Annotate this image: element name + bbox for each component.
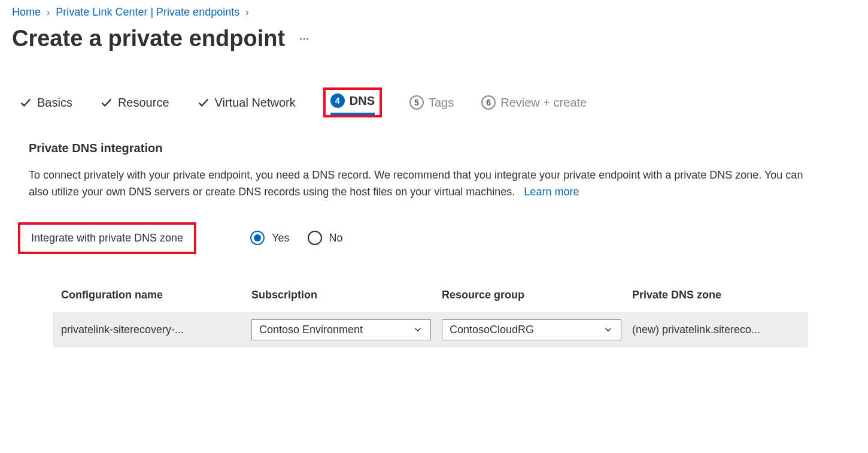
chevron-down-icon [412,324,423,335]
breadcrumb-home[interactable]: Home [12,6,41,19]
tab-resource[interactable]: Resource [100,96,169,110]
tab-dns-number: 4 [330,93,345,108]
integrate-dns-field: Integrate with private DNS zone Yes No [29,222,808,254]
tab-resource-label: Resource [118,96,169,110]
radio-circle-icon [308,231,322,245]
dns-section-description: To connect privately with your private e… [29,167,808,201]
dns-section: Private DNS integration To connect priva… [12,141,808,348]
highlight-integrate-label: Integrate with private DNS zone [18,222,196,254]
radio-no-label: No [329,232,343,244]
cell-config-name: privatelink-siterecovery-... [61,324,241,336]
radio-yes-label: Yes [272,232,289,244]
tab-dns[interactable]: 4 DNS [330,93,375,115]
tab-basics[interactable]: Basics [19,96,72,110]
highlight-dns-tab: 4 DNS [323,87,382,117]
col-dns-zone: Private DNS zone [632,289,812,301]
breadcrumb-private-link-center[interactable]: Private Link Center | Private endpoints [56,6,239,19]
col-config-name: Configuration name [61,289,241,301]
page-title: Create a private endpoint [12,26,285,52]
check-icon [100,96,113,109]
radio-circle-icon [250,231,265,245]
cell-dns-zone: (new) privatelink.sitereco... [632,324,812,336]
tab-review-number: 6 [481,95,496,110]
tab-vnet-label: Virtual Network [215,96,296,110]
resource-group-select-value: ContosoCloudRG [450,324,534,336]
col-resource-group: Resource group [442,289,621,301]
tab-tags-label: Tags [429,96,454,110]
integrate-dns-radio-group: Yes No [250,231,342,245]
tab-review-label: Review + create [500,96,587,110]
dns-description-text: To connect privately with your private e… [29,169,803,198]
chevron-right-icon: › [245,7,248,18]
chevron-right-icon: › [47,7,50,18]
col-subscription: Subscription [251,289,431,301]
tab-tags-number: 5 [409,95,424,110]
check-icon [197,96,210,109]
breadcrumb: Home › Private Link Center | Private end… [12,6,856,19]
tab-basics-label: Basics [37,96,72,110]
resource-group-select[interactable]: ContosoCloudRG [442,319,621,340]
table-row: privatelink-siterecovery-... Contoso Env… [53,312,808,348]
check-icon [19,96,32,109]
wizard-tabs: Basics Resource Virtual Network 4 DNS 5 … [19,87,856,117]
dns-section-heading: Private DNS integration [29,141,808,155]
page-title-row: Create a private endpoint ⋯ [12,26,856,52]
radio-dot-icon [254,234,261,241]
subscription-select[interactable]: Contoso Environment [251,319,431,340]
subscription-select-value: Contoso Environment [259,324,363,336]
integrate-dns-label: Integrate with private DNS zone [31,232,183,244]
more-actions-icon[interactable]: ⋯ [299,33,310,44]
dns-config-table: Configuration name Subscription Resource… [53,278,808,348]
radio-no[interactable]: No [308,231,343,245]
tab-review-create[interactable]: 6 Review + create [481,95,587,110]
tab-tags[interactable]: 5 Tags [409,95,454,110]
radio-yes[interactable]: Yes [250,231,289,245]
tab-dns-label: DNS [350,94,375,108]
tab-virtual-network[interactable]: Virtual Network [197,96,296,110]
chevron-down-icon [603,324,614,335]
learn-more-link[interactable]: Learn more [524,186,579,198]
table-header-row: Configuration name Subscription Resource… [53,278,808,312]
